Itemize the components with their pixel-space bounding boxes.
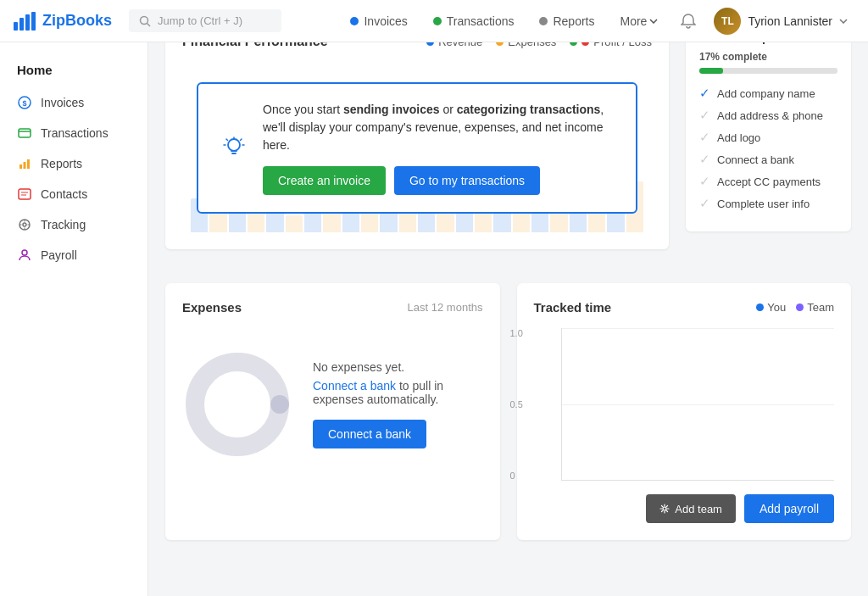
reports-nav-icon bbox=[539, 17, 548, 25]
expenses-body: No expenses yet. Connect a bank to pull … bbox=[182, 328, 483, 481]
connect-bank-button[interactable]: Connect a bank bbox=[313, 420, 426, 448]
check-pending-icon: ✓ bbox=[699, 174, 710, 189]
svg-point-29 bbox=[663, 507, 666, 510]
team-dot bbox=[796, 304, 804, 311]
finish-setup-card: Finish setup 17% complete ✓ Add company … bbox=[686, 17, 851, 231]
invoices-sidebar-icon: $ bbox=[17, 95, 32, 110]
app-logo[interactable]: ZipBooks bbox=[14, 12, 112, 31]
transactions-nav-icon bbox=[433, 17, 442, 25]
svg-rect-16 bbox=[19, 189, 31, 199]
svg-rect-13 bbox=[19, 164, 22, 169]
fs-item-user-info: ✓ Complete user info bbox=[699, 196, 837, 211]
sidebar-item-payroll[interactable]: Payroll bbox=[0, 240, 147, 270]
create-invoice-button[interactable]: Create an invoice bbox=[263, 166, 386, 195]
search-bar[interactable]: Jump to (Ctrl + J) bbox=[129, 9, 281, 32]
finish-setup-progress-bar bbox=[699, 68, 837, 74]
tracked-chart bbox=[561, 328, 835, 481]
invoices-nav-icon bbox=[350, 17, 359, 25]
tracked-legend: You Team bbox=[756, 301, 834, 314]
notifications-bell[interactable] bbox=[673, 6, 704, 36]
check-pending-icon: ✓ bbox=[699, 130, 710, 145]
reports-sidebar-icon bbox=[17, 156, 32, 171]
top-nav-links: Invoices Transactions Reports More bbox=[338, 9, 670, 33]
you-dot bbox=[756, 304, 764, 311]
fs-item-company-name: ✓ Add company name bbox=[699, 86, 837, 101]
expenses-header: Expenses Last 12 months bbox=[182, 300, 483, 315]
expenses-subtitle: Last 12 months bbox=[408, 301, 483, 314]
expenses-empty-text: No expenses yet. bbox=[313, 360, 483, 374]
add-payroll-button[interactable]: Add payroll bbox=[744, 494, 834, 523]
finish-setup-progress-fill bbox=[699, 68, 723, 74]
tracked-y-labels: 1.0 0.5 0 bbox=[510, 328, 523, 481]
tracking-sidebar-icon bbox=[17, 217, 32, 232]
transactions-sidebar-icon bbox=[17, 125, 32, 141]
sidebar-item-transactions[interactable]: Transactions bbox=[0, 118, 147, 148]
sidebar-item-reports[interactable]: Reports bbox=[0, 148, 147, 179]
svg-point-7 bbox=[433, 17, 442, 25]
check-pending-icon: ✓ bbox=[699, 152, 710, 167]
tracked-title: Tracked time bbox=[534, 300, 612, 315]
nav-invoices[interactable]: Invoices bbox=[338, 9, 419, 33]
svg-rect-1 bbox=[19, 18, 24, 31]
fp-cta-text: Once you start sending invoices or categ… bbox=[263, 101, 615, 154]
svg-rect-11 bbox=[19, 129, 31, 137]
expenses-title: Expenses bbox=[182, 300, 242, 315]
sidebar-item-contacts[interactable]: Contacts bbox=[0, 179, 147, 209]
check-pending-icon: ✓ bbox=[699, 196, 710, 211]
check-done-icon: ✓ bbox=[699, 86, 710, 101]
tracked-chart-container: 1.0 0.5 0 bbox=[534, 328, 835, 481]
svg-point-4 bbox=[141, 16, 148, 24]
main-content: Financial Performance Revenue Expenses P… bbox=[148, 0, 868, 557]
add-team-button[interactable]: Add team bbox=[646, 494, 736, 523]
sidebar-home-label: Home bbox=[0, 59, 147, 87]
go-to-transactions-button[interactable]: Go to my transactions bbox=[394, 166, 540, 195]
fs-item-cc: ✓ Accept CC payments bbox=[699, 174, 837, 189]
tracked-legend-you: You bbox=[756, 301, 786, 314]
svg-point-8 bbox=[539, 17, 548, 25]
svg-point-26 bbox=[228, 139, 240, 151]
search-icon bbox=[139, 15, 151, 27]
user-chevron-icon bbox=[839, 19, 848, 24]
user-menu[interactable]: TL Tyrion Lannister bbox=[707, 4, 854, 38]
avatar: TL bbox=[714, 8, 741, 35]
nav-transactions[interactable]: Transactions bbox=[421, 9, 526, 33]
grid-line-top bbox=[562, 328, 835, 329]
svg-rect-15 bbox=[27, 159, 30, 169]
svg-point-6 bbox=[350, 17, 359, 25]
svg-rect-0 bbox=[14, 22, 18, 31]
fp-cta-box: Once you start sending invoices or categ… bbox=[197, 82, 637, 214]
svg-point-25 bbox=[22, 250, 27, 255]
fs-item-logo: ✓ Add logo bbox=[699, 130, 837, 145]
tracked-legend-team: Team bbox=[796, 301, 834, 314]
tracked-time-card: Tracked time You Team 1.0 0.5 bbox=[517, 283, 852, 540]
expenses-connect-prompt: Connect a bank to pull in expenses autom… bbox=[313, 379, 483, 406]
sidebar: Home $ Invoices Transactions Reports bbox=[0, 42, 148, 557]
gear-icon bbox=[659, 504, 670, 514]
tracked-header: Tracked time You Team bbox=[534, 300, 835, 315]
svg-point-27 bbox=[195, 362, 280, 447]
tracked-actions: Add team Add payroll bbox=[534, 494, 835, 523]
svg-rect-14 bbox=[24, 162, 26, 169]
chevron-down-icon bbox=[649, 19, 658, 24]
expenses-card: Expenses Last 12 months No expenses yet. bbox=[165, 283, 500, 540]
grid-line-mid bbox=[562, 404, 835, 405]
bottom-row: Expenses Last 12 months No expenses yet. bbox=[165, 283, 851, 540]
sidebar-item-invoices[interactable]: $ Invoices bbox=[0, 87, 147, 118]
logo-icon bbox=[14, 12, 37, 31]
nav-reports[interactable]: Reports bbox=[527, 9, 606, 33]
finish-setup-progress-label: 17% complete bbox=[699, 51, 837, 63]
fs-item-address: ✓ Add address & phone bbox=[699, 108, 837, 123]
connect-bank-link[interactable]: Connect a bank bbox=[313, 379, 396, 393]
sidebar-item-tracking[interactable]: Tracking bbox=[0, 209, 147, 240]
bell-icon bbox=[681, 14, 696, 29]
top-navigation: ZipBooks Jump to (Ctrl + J) Invoices Tra… bbox=[0, 0, 868, 42]
check-pending-icon: ✓ bbox=[699, 108, 710, 123]
expenses-donut-chart bbox=[182, 349, 292, 460]
payroll-sidebar-icon bbox=[17, 248, 32, 263]
fs-item-bank: ✓ Connect a bank bbox=[699, 152, 837, 167]
fp-cta-buttons: Create an invoice Go to my transactions bbox=[263, 166, 615, 195]
nav-more[interactable]: More bbox=[608, 9, 670, 33]
fp-chart-area: Once you start sending invoices or categ… bbox=[182, 63, 652, 232]
lightbulb-icon bbox=[219, 132, 249, 163]
financial-performance-card: Financial Performance Revenue Expenses P… bbox=[165, 17, 669, 249]
